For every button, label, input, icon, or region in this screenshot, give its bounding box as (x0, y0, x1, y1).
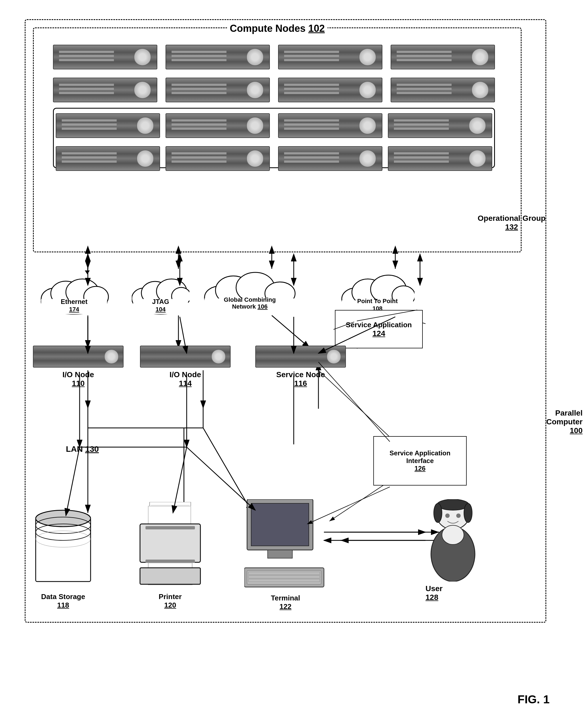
jtag-cloud: JTAG 104 (132, 274, 189, 316)
user-figure (423, 499, 483, 582)
printer (134, 502, 206, 591)
printer-number: 120 (164, 601, 176, 609)
arrowhead-eth-up (85, 250, 90, 253)
svg-text:JTAG: JTAG (152, 298, 169, 305)
parallel-computer-number: 100 (546, 426, 583, 435)
io-node-2 (140, 346, 231, 368)
svg-rect-71 (146, 559, 195, 563)
io-node-1-number: 110 (72, 379, 85, 388)
service-app-interface-text: Service Application Interface (390, 449, 450, 464)
compute-node-r3-3 (278, 113, 382, 138)
ethernet-cloud: Ethernet 174 (38, 274, 110, 316)
lan-text: LAN (66, 444, 83, 454)
svg-text:174: 174 (69, 306, 79, 313)
svg-rect-75 (251, 503, 309, 546)
compute-node-r2-4 (391, 78, 495, 102)
operational-group-number: 132 (505, 223, 518, 231)
compute-node-r1-3 (278, 45, 382, 69)
svg-point-87 (456, 513, 461, 518)
compute-node-r1-2 (166, 45, 270, 69)
compute-node-r4-3 (278, 146, 382, 171)
user-text: User (425, 584, 442, 593)
compute-node-r4-4 (388, 146, 492, 171)
compute-node-r2-2 (166, 78, 270, 102)
compute-node-r3-2 (166, 113, 270, 138)
terminal-number: 122 (279, 602, 291, 611)
terminal-text: Terminal (271, 594, 300, 602)
io-node-2-label: I/O Node 114 (140, 370, 231, 388)
compute-node-r1-1 (53, 45, 157, 69)
terminal-label: Terminal 122 (247, 594, 324, 611)
user-label: User 128 (425, 584, 442, 602)
compute-node-r4-2 (166, 146, 270, 171)
service-application-number: 124 (373, 329, 385, 338)
io-node-2-text: I/O Node (140, 370, 231, 379)
service-application-interface-box: Service Application Interface 126 (373, 436, 467, 486)
data-storage-label: Data Storage 118 (25, 593, 102, 610)
svg-text:Point To Point: Point To Point (357, 297, 398, 305)
compute-node-r3-4 (388, 113, 492, 138)
lan-label: LAN 130 (66, 444, 99, 454)
terminal (244, 499, 327, 594)
svg-text:Global Combining: Global Combining (224, 296, 276, 303)
diagram-container: Parallel Computer 100 Compute Nodes 102 … (17, 11, 571, 717)
svg-point-89 (442, 525, 464, 545)
service-node-label: Service Node 116 (255, 370, 346, 388)
parallel-computer-label: Parallel Computer 100 (546, 409, 583, 435)
compute-nodes-text: Compute Nodes (230, 23, 306, 34)
svg-point-84 (434, 503, 442, 523)
data-storage-text: Data Storage (41, 593, 85, 601)
service-application-interface-label: Service Application Interface 126 (374, 446, 466, 475)
gcn-cloud: Global Combining Network 106 (203, 269, 296, 316)
service-node (255, 346, 346, 368)
svg-rect-69 (140, 524, 201, 562)
printer-text: Printer (159, 593, 182, 601)
fig-label: FIG. 1 (518, 693, 550, 706)
io-node-1-label: I/O Node 110 (33, 370, 124, 388)
compute-node-r2-3 (278, 78, 382, 102)
svg-rect-78 (247, 571, 321, 584)
svg-rect-58 (36, 519, 90, 581)
operational-group-text: Operational Group (478, 214, 545, 223)
lan-number: 130 (85, 444, 99, 454)
svg-point-86 (445, 513, 450, 518)
io-node-1 (33, 346, 124, 368)
svg-rect-70 (146, 526, 195, 529)
service-app-interface-number: 126 (415, 465, 425, 472)
service-node-text: Service Node (255, 370, 346, 379)
compute-node-r4-1 (56, 146, 160, 171)
svg-text:Network 106: Network 106 (232, 303, 268, 310)
io-node-1-text: I/O Node (33, 370, 124, 379)
compute-nodes-label: Compute Nodes 102 (227, 23, 328, 34)
compute-node-r2-1 (53, 78, 157, 102)
compute-nodes-boundary: Compute Nodes 102 (33, 27, 522, 252)
user-number: 128 (425, 593, 438, 601)
compute-nodes-number: 102 (308, 23, 325, 34)
compute-node-r1-4 (391, 45, 495, 69)
parallel-computer-text: Parallel Computer (546, 409, 583, 426)
printer-label: Printer 120 (132, 593, 209, 610)
service-node-number: 116 (294, 379, 307, 388)
svg-rect-73 (140, 568, 201, 584)
data-storage-number: 118 (57, 601, 69, 609)
svg-point-85 (464, 503, 472, 523)
service-application-box: Service Application 124 (335, 310, 423, 348)
data-storage (30, 505, 96, 588)
io-node-2-number: 114 (179, 379, 192, 388)
service-application-label: Service Application (346, 321, 412, 329)
svg-text:104: 104 (156, 306, 166, 313)
svg-text:Ethernet: Ethernet (61, 298, 87, 305)
svg-rect-76 (268, 550, 292, 558)
operational-group-label: Operational Group 132 (478, 214, 545, 231)
arrowhead-eth-down (85, 270, 90, 274)
compute-node-r3-1 (56, 113, 160, 138)
